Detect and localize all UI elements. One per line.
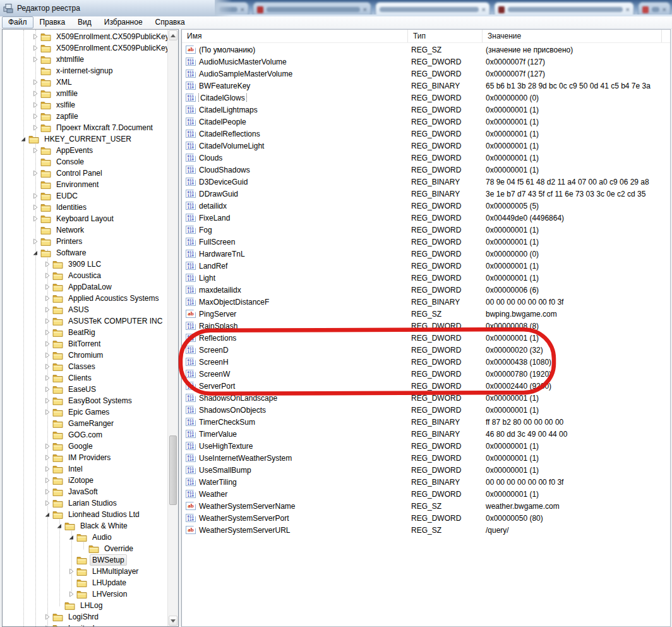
tree-item-bittorrent[interactable]: BitTorrent	[3, 338, 167, 350]
registry-value-row-timervalue[interactable]: 011110TimerValueREG_BINARY46 80 dd 3c 49…	[182, 428, 670, 440]
expand-arrow-icon[interactable]	[44, 499, 51, 507]
tree-item-google[interactable]: Google	[3, 441, 167, 452]
expand-arrow-icon[interactable]	[32, 44, 39, 52]
tree-item-bwsetup[interactable]: BWSetup	[3, 554, 167, 566]
tree-item-clients[interactable]: Clients	[3, 372, 167, 384]
tree-item-software[interactable]: Software	[3, 247, 167, 259]
registry-value-row-audiosamplemastervolume[interactable]: 011110AudioSampleMasterVolumeREG_DWORD0x…	[182, 68, 670, 80]
registry-value-row-landref[interactable]: 011110LandRefREG_DWORD0x00000001 (1)	[182, 260, 670, 272]
registry-value-row-shadowsonlandscape[interactable]: 011110ShadowsOnLandscapeREG_DWORD0x00000…	[182, 392, 670, 404]
tree-item-xhtmlfile[interactable]: xhtmlfile	[3, 54, 167, 65]
registry-value-row-citadelpeople[interactable]: 011110CitadelPeopleREG_DWORD0x00000001 (…	[182, 116, 670, 128]
tab-close-icon[interactable]: ×	[241, 6, 244, 13]
registry-value-row-screenw[interactable]: 011110ScreenWREG_DWORD0x00000780 (1920)	[182, 368, 670, 380]
registry-value-row-ddrawguid[interactable]: 011110DDrawGuidREG_BINARY3e 1e b7 d7 43 …	[182, 188, 670, 200]
menu-item-help[interactable]: Справка	[149, 16, 191, 28]
registry-value-row-screend[interactable]: 011110ScreenDREG_DWORD0x00000020 (32)	[182, 344, 670, 356]
expand-arrow-icon[interactable]	[32, 90, 39, 97]
expand-arrow-icon[interactable]	[44, 613, 51, 621]
tree-item-classes[interactable]: Classes	[3, 361, 167, 372]
expand-arrow-icon[interactable]	[68, 568, 75, 575]
tab-close-icon[interactable]: ×	[482, 6, 486, 13]
tree-item-applied-acoustics-systems[interactable]: Applied Acoustics Systems	[3, 293, 167, 304]
scroll-down-icon[interactable]	[169, 616, 177, 626]
expand-arrow-icon[interactable]	[44, 340, 51, 348]
tree-item-environment[interactable]: Environment	[3, 179, 167, 190]
tree-item-printers[interactable]: Printers	[3, 236, 167, 247]
tree-item-xml[interactable]: XML	[3, 76, 167, 88]
expand-arrow-icon[interactable]	[44, 351, 51, 359]
registry-value-row-timerchecksum[interactable]: 011110TimerCheckSumREG_BINARYff 87 b2 80…	[182, 416, 670, 428]
registry-value-row-usesmallbump[interactable]: 011110UseSmallBumpREG_DWORD0x00000001 (1…	[182, 464, 670, 476]
expand-arrow-icon[interactable]	[32, 33, 39, 40]
tree-item-appevents[interactable]: AppEvents	[3, 145, 167, 156]
tree-item-xslfile[interactable]: xslfile	[3, 99, 167, 111]
menu-item-file[interactable]: Файл	[2, 16, 33, 28]
tree-item-larian-studios[interactable]: Larian Studios	[3, 497, 167, 509]
expand-arrow-icon[interactable]	[44, 397, 51, 405]
registry-value-row-weathersystemserverurl[interactable]: abWeatherSystemServerURLREG_SZ/query/	[182, 524, 670, 536]
tree-item-gog-com[interactable]: GOG.com	[3, 429, 167, 441]
titlebar[interactable]: Редактор реестра	[0, 0, 215, 16]
tab-close-icon[interactable]: ×	[626, 6, 630, 13]
expand-arrow-icon[interactable]	[32, 204, 39, 211]
registry-value-row-fullscreen[interactable]: 011110FullScreenREG_DWORD0x00000001 (1)	[182, 236, 670, 248]
expand-arrow-icon[interactable]	[44, 306, 51, 314]
tree-item-override[interactable]: Override	[3, 543, 167, 554]
expand-arrow-icon[interactable]	[32, 124, 39, 131]
tree-item-intel[interactable]: Intel	[3, 463, 167, 475]
expand-arrow-icon[interactable]	[44, 488, 51, 496]
menu-item-view[interactable]: Вид	[71, 16, 98, 28]
expand-arrow-icon[interactable]	[32, 78, 39, 86]
tree-pane[interactable]: X509Enrollment.CX509PublicKeyX509Enrollm…	[2, 29, 179, 627]
registry-value-row-bwfeaturekey[interactable]: 011110BWFeatureKeyREG_BINARY65 b6 b1 3b …	[182, 80, 670, 92]
expand-arrow-icon[interactable]	[44, 624, 51, 626]
expand-arrow-icon[interactable]	[44, 477, 51, 484]
tree-item-asus[interactable]: ASUS	[3, 304, 167, 315]
expand-arrow-icon[interactable]	[44, 295, 51, 302]
registry-value-row-reflections[interactable]: 011110ReflectionsREG_DWORD0x00000001 (1)	[182, 332, 670, 344]
expand-arrow-icon[interactable]	[44, 272, 51, 279]
registry-value-row-item[interactable]: ab(По умолчанию)REG_SZ(значение не присв…	[182, 44, 670, 56]
expand-arrow-icon[interactable]	[32, 147, 39, 154]
registry-value-row-cloudshadows[interactable]: 011110CloudShadowsREG_DWORD0x00000001 (1…	[182, 164, 670, 176]
menu-item-edit[interactable]: Правка	[33, 16, 72, 28]
tree-item-lhupdate[interactable]: LHUpdate	[3, 577, 167, 588]
tree-item-easeus[interactable]: EaseUS	[3, 384, 167, 395]
registry-value-row-serverport[interactable]: 011110ServerPortREG_DWORD0x00002440 (928…	[182, 380, 670, 392]
expand-arrow-icon[interactable]	[32, 192, 39, 200]
registry-value-row-detailidx[interactable]: 011110detailidxREG_DWORD0x00000005 (5)	[182, 200, 670, 212]
expand-arrow-icon[interactable]	[44, 408, 51, 416]
tree-item-izotope[interactable]: iZotope	[3, 475, 167, 486]
tree-item-easyboot-systems[interactable]: EasyBoot Systems	[3, 395, 167, 406]
tree-item-javasoft[interactable]: JavaSoft	[3, 486, 167, 497]
registry-value-row-d3deviceguid[interactable]: 011110D3DeviceGuidREG_BINARY78 9e 04 f5 …	[182, 176, 670, 188]
expand-arrow-icon[interactable]	[44, 454, 51, 461]
expand-arrow-icon[interactable]	[44, 465, 51, 473]
registry-value-row-maxdetailidx[interactable]: 011110maxdetailidxREG_DWORD0x00000006 (6…	[182, 284, 670, 296]
tree-item-beatrig[interactable]: BeatRig	[3, 327, 167, 338]
registry-value-row-maxobjectdistancef[interactable]: 011110MaxObjectDistanceFREG_BINARY00 00 …	[182, 296, 670, 308]
tree-item-x509enrollment-cx509publickey-1[interactable]: X509Enrollment.CX509PublicKey.1	[3, 42, 167, 54]
tree-item-zapfile[interactable]: zapfile	[3, 111, 167, 122]
tab-close-icon[interactable]: ×	[663, 6, 666, 13]
tree-item-hkey-current-user[interactable]: HKEY_CURRENT_USER	[3, 133, 167, 145]
expand-arrow-icon[interactable]	[32, 101, 39, 109]
expand-arrow-icon[interactable]	[32, 56, 39, 63]
registry-value-row-weathersystemserverport[interactable]: 011110WeatherSystemServerPortREG_DWORD0x…	[182, 512, 670, 524]
tree-item-im-providers[interactable]: IM Providers	[3, 452, 167, 463]
expand-arrow-icon[interactable]	[32, 238, 39, 245]
expand-arrow-icon[interactable]	[44, 283, 51, 291]
tree-item-x509enrollment-cx509publickey[interactable]: X509Enrollment.CX509PublicKey	[3, 31, 167, 42]
registry-value-row-fixeland[interactable]: 011110FixeLandREG_DWORD0x00449de0 (44968…	[182, 212, 670, 224]
tree-item-asustek-computer-inc[interactable]: ASUSTeK COMPUTER INC	[3, 315, 167, 327]
tree-item-network[interactable]: Network	[3, 224, 167, 236]
tree-item-audio[interactable]: Audio	[3, 532, 167, 543]
tree-scrollbar[interactable]	[167, 30, 178, 626]
expand-arrow-icon[interactable]	[44, 442, 51, 450]
values-pane[interactable]: Имя Тип Значение ab(По умолчанию)REG_SZ(…	[181, 29, 671, 627]
expand-arrow-icon[interactable]	[32, 113, 39, 120]
tree-item-lionhead-studios-ltd[interactable]: Lionhead Studios Ltd	[3, 509, 167, 520]
registry-value-row-useinternetweathersystem[interactable]: 011110UseInternetWeatherSystemREG_DWORD0…	[182, 452, 670, 464]
tree-item-logitech[interactable]: Logitech	[3, 623, 167, 626]
